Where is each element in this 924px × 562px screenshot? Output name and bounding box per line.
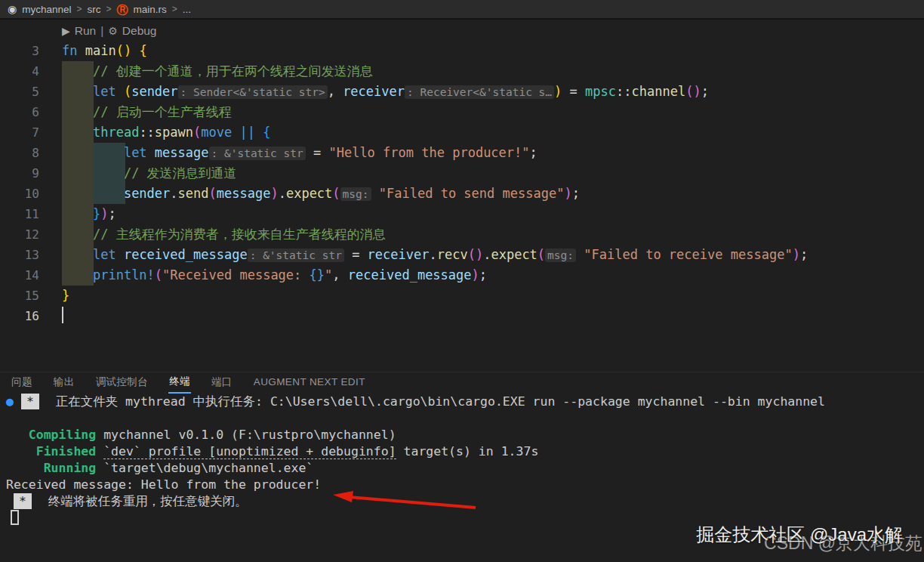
code-token — [62, 227, 93, 242]
panel-tab[interactable]: AUGMENT NEXT EDIT — [253, 374, 366, 391]
code-token: () — [468, 247, 483, 262]
code-token: ; — [479, 267, 487, 283]
code-line[interactable]: 15} — [0, 286, 924, 306]
code-line[interactable]: 16 — [0, 306, 924, 326]
code-token — [62, 247, 93, 262]
code-token: spawn — [155, 125, 193, 140]
code-token: :: — [139, 125, 154, 140]
code-line[interactable]: 7 thread::spawn(move || { — [0, 122, 924, 143]
code-token: ( — [537, 247, 545, 262]
code-token: msg: — [340, 187, 371, 201]
breadcrumb-item-symbol[interactable]: ... — [183, 4, 191, 15]
chevron-right-icon: > — [172, 4, 177, 14]
code-token: : &'static str — [209, 147, 306, 160]
terminal-line: * 终端将被任务重用，按任意键关闭。 — [6, 493, 924, 510]
code-token: ) — [270, 186, 278, 201]
code-token: recv — [437, 247, 468, 262]
code-token: ; — [108, 206, 116, 221]
panel-tab-bar: 问题输出调试控制台终端端口AUGMENT NEXT EDIT — [0, 372, 924, 393]
code-line-content: sender.send(message).expect(msg: "Failed… — [39, 184, 580, 204]
code-token: ( — [155, 267, 162, 283]
panel-tab[interactable]: 终端 — [168, 372, 191, 394]
code-token: ) — [564, 186, 571, 201]
code-token: thread — [93, 125, 139, 140]
code-token: // 主线程作为消费者，接收来自生产者线程的消息 — [93, 227, 386, 242]
editor-cursor — [62, 307, 63, 323]
code-token: : &'static str — [248, 249, 344, 262]
code-line[interactable]: 5 let (sender: Sender<&'static str>, rec… — [0, 82, 924, 102]
terminal-line: Running `target\debug\mychannel.exe` — [6, 460, 924, 477]
line-number: 5 — [0, 82, 39, 102]
code-token: ) — [793, 247, 800, 262]
code-token: , — [332, 267, 347, 283]
code-token — [131, 43, 139, 58]
panel-tab[interactable]: 调试控制台 — [95, 373, 149, 393]
breadcrumb-item-file[interactable]: main.rs — [134, 4, 167, 15]
code-token — [62, 63, 93, 79]
panel-tab[interactable]: 端口 — [211, 373, 233, 393]
code-line-content — [39, 306, 63, 326]
code-token: ( — [193, 125, 201, 140]
code-token: "Received message: — [162, 267, 309, 283]
code-token: "Failed to receive message" — [584, 247, 792, 262]
codelens-run-link[interactable]: Run — [75, 24, 96, 38]
code-line[interactable]: 4 // 创建一个通道，用于在两个线程之间发送消息 — [0, 61, 924, 82]
code-line[interactable]: 14 println!("Received message: {}", rece… — [0, 265, 924, 286]
code-token: ( — [124, 84, 131, 99]
terminal-text: Running — [6, 461, 96, 475]
code-line[interactable]: 8 let message: &'static str = "Hello fro… — [0, 143, 924, 163]
terminal-output[interactable]: ● * 正在文件夹 mythread 中执行任务: C:\Users\dell\… — [0, 394, 924, 510]
code-token: sender — [131, 84, 177, 99]
code-token: ) — [100, 206, 108, 221]
code-token: || — [239, 125, 263, 140]
code-editor: ▶ Run | ⚙ Debug 3fn main() {4 // 创建一个通道，… — [0, 21, 924, 369]
code-line-content: // 创建一个通道，用于在两个线程之间发送消息 — [39, 61, 373, 82]
code-token: main — [85, 43, 116, 58]
panel-tab[interactable]: 问题 — [11, 373, 33, 393]
code-line-content: let (sender: Sender<&'static str>, recei… — [39, 82, 709, 102]
code-token: } — [93, 206, 100, 221]
debug-gear-icon: ⚙ — [108, 25, 118, 37]
terminal-task-badge: * — [21, 394, 39, 409]
chevron-right-icon: > — [77, 4, 82, 14]
code-line[interactable]: 10 sender.send(message).expect(msg: "Fai… — [0, 184, 924, 204]
code-token: msg: — [545, 249, 576, 262]
code-token: ( — [332, 186, 340, 201]
code-line-content: // 启动一个生产者线程 — [39, 102, 232, 122]
line-number: 15 — [0, 286, 39, 306]
terminal-text: mychannel v0.1.0 (F:\rustpro\mychannel) — [96, 428, 396, 442]
code-line[interactable]: 6 // 启动一个生产者线程 — [0, 102, 924, 122]
code-line-content: // 主线程作为消费者，接收来自生产者线程的消息 — [39, 224, 386, 245]
terminal-text: Finished — [6, 444, 96, 459]
code-token: ) — [472, 267, 479, 283]
code-line-content: thread::spawn(move || { — [39, 122, 270, 143]
breadcrumb-item-project[interactable]: mychannel — [22, 4, 71, 15]
code-line[interactable]: 3fn main() { — [0, 41, 924, 61]
code-line[interactable]: 13 let received_message: &'static str = … — [0, 245, 924, 265]
vscode-window: ◉ mychannel > src > Ⓡ main.rs > ... ▶ Ru… — [0, 0, 924, 562]
terminal-link[interactable]: `dev` profile [unoptimized + debuginfo] — [103, 444, 396, 459]
code-token: = — [306, 145, 329, 160]
code-token: . — [483, 247, 491, 262]
terminal-cursor — [11, 510, 19, 525]
code-token — [62, 206, 93, 221]
code-line[interactable]: 9 // 发送消息到通道 — [0, 163, 924, 184]
terminal-text: `target\debug\mychannel.exe` — [96, 461, 313, 475]
code-token — [62, 125, 93, 140]
codelens-debug-link[interactable]: Debug — [122, 24, 157, 38]
code-token: expect — [491, 247, 537, 262]
code-token: . — [170, 186, 177, 201]
code-line[interactable]: 12 // 主线程作为消费者，接收来自生产者线程的消息 — [0, 224, 924, 245]
code-token — [62, 84, 93, 99]
breadcrumb-item-src[interactable]: src — [88, 4, 101, 15]
chevron-right-icon: > — [106, 4, 112, 14]
codelens-bar: ▶ Run | ⚙ Debug — [0, 21, 924, 41]
panel-tab[interactable]: 输出 — [53, 373, 75, 393]
terminal-text — [6, 494, 14, 508]
rust-file-icon: Ⓡ — [117, 4, 128, 15]
code-token: {} — [310, 267, 325, 283]
code-line[interactable]: 11 }); — [0, 204, 924, 224]
code-token: ; — [530, 145, 537, 160]
code-token: } — [62, 288, 69, 303]
code-token: mpsc — [585, 84, 616, 99]
